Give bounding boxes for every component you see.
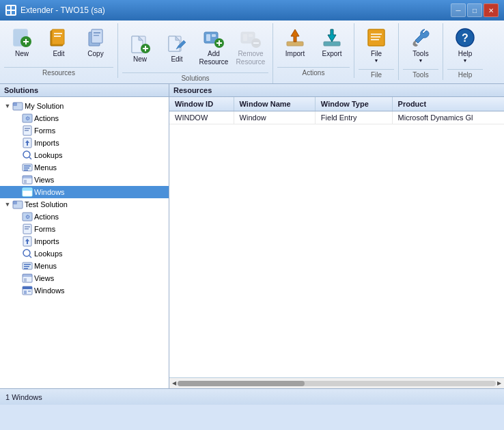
imports-1-item[interactable]: Imports — [0, 137, 169, 149]
actions-2-item[interactable]: ⚙ Actions — [0, 211, 169, 223]
windows-2-item[interactable]: Windows — [0, 284, 169, 297]
actions-2-icon: ⚙ — [22, 211, 33, 222]
svg-rect-85 — [24, 278, 27, 282]
windows-1-item[interactable]: Windows — [0, 186, 169, 198]
svg-rect-36 — [287, 42, 303, 46]
solutions-tree: ▼ My Solution ⚙ Actions Forms — [0, 97, 169, 299]
new-solution-icon — [129, 32, 151, 54]
svg-rect-30 — [219, 40, 220, 46]
help-button[interactable]: ? Help ▼ — [447, 23, 483, 66]
window-controls: ─ □ ✕ — [451, 3, 499, 17]
lookups-1-label: Lookups — [34, 151, 63, 159]
new-solution-button[interactable]: New — [122, 29, 158, 70]
file-button[interactable]: File ▼ — [359, 23, 394, 66]
views-2-icon — [22, 273, 33, 284]
remove-resource-icon — [240, 27, 262, 49]
col-window-name[interactable]: Window Name — [234, 97, 315, 111]
my-solution-icon — [12, 100, 23, 111]
col-product[interactable]: Product — [392, 97, 504, 111]
horizontal-scrollbar[interactable]: ◀ ▶ — [169, 377, 504, 388]
actions-1-expand — [12, 113, 22, 123]
ribbon-group-help: ? Help ▼ Help — [443, 23, 487, 80]
test-solution-item[interactable]: ▼ Test Solution — [0, 198, 169, 211]
test-solution-icon — [12, 199, 23, 210]
svg-rect-33 — [249, 34, 253, 37]
svg-rect-26 — [206, 34, 210, 41]
col-window-id[interactable]: Window ID — [169, 97, 234, 111]
forms-2-item[interactable]: Forms — [0, 223, 169, 235]
imports-2-item[interactable]: Imports — [0, 235, 169, 247]
my-solution-expand: ▼ — [3, 101, 12, 111]
new-resource-button[interactable]: New — [4, 23, 40, 64]
forms-2-label: Forms — [34, 225, 55, 233]
file-group-label: File — [359, 69, 394, 80]
remove-resource-button[interactable]: Remove Resource — [233, 23, 268, 70]
svg-rect-81 — [24, 266, 29, 267]
export-label: Export — [322, 50, 342, 58]
edit-resource-button[interactable]: Edit — [41, 23, 76, 64]
status-bar: 1 Windows — [0, 388, 504, 405]
window-title: Extender - TWO15 (sa) — [20, 5, 105, 15]
svg-line-56 — [29, 157, 31, 159]
tools-button[interactable]: Tools ▼ — [403, 23, 438, 66]
import-button[interactable]: Import — [277, 23, 313, 64]
svg-rect-63 — [24, 180, 27, 183]
status-text: 1 Windows — [5, 393, 42, 401]
lookups-1-expand — [12, 150, 22, 160]
app-icon — [5, 5, 16, 16]
edit-solution-button[interactable]: Edit — [159, 29, 195, 70]
minimize-button[interactable]: ─ — [451, 3, 466, 17]
add-resource-label: Add Resource — [198, 50, 229, 66]
col-window-type[interactable]: Window Type — [315, 97, 392, 111]
menus-2-item[interactable]: Menus — [0, 260, 169, 272]
actions-group-label: Actions — [277, 67, 350, 78]
scroll-right-arrow[interactable]: ▶ — [496, 380, 503, 386]
imports-2-icon — [22, 236, 33, 247]
lookups-1-item[interactable]: Lookups — [0, 149, 169, 161]
resources-table[interactable]: Window ID Window Name Window Type Produc… — [169, 97, 504, 377]
actions-1-label: Actions — [34, 114, 59, 122]
actions-1-item[interactable]: ⚙ Actions — [0, 112, 169, 124]
forms-1-item[interactable]: Forms — [0, 124, 169, 137]
main-content: Solutions ▼ My Solution ⚙ Actions — [0, 84, 504, 388]
scroll-left-arrow[interactable]: ◀ — [171, 380, 178, 386]
svg-rect-65 — [23, 188, 32, 191]
help-group-label: Help — [447, 69, 483, 80]
maximize-button[interactable]: □ — [467, 3, 482, 17]
svg-rect-2 — [7, 11, 10, 14]
imports-1-icon — [22, 137, 33, 148]
export-button[interactable]: Export — [314, 23, 350, 64]
copy-resource-icon — [85, 27, 107, 49]
export-icon — [321, 27, 343, 49]
scroll-track[interactable] — [178, 381, 496, 386]
svg-rect-88 — [24, 291, 27, 294]
title-bar: Extender - TWO15 (sa) ─ □ ✕ — [0, 0, 504, 21]
lookups-2-item[interactable]: Lookups — [0, 247, 169, 260]
table-row[interactable]: WINDOW Window Field Entry Microsoft Dyna… — [169, 111, 504, 124]
menus-1-item[interactable]: Menus — [0, 161, 169, 174]
svg-rect-1 — [12, 6, 15, 10]
svg-point-55 — [23, 151, 30, 158]
tools-group-label: Tools — [403, 69, 438, 80]
views-2-item[interactable]: Views — [0, 272, 169, 284]
copy-resource-button[interactable]: Copy — [78, 23, 113, 64]
close-button[interactable]: ✕ — [484, 3, 499, 17]
svg-text:?: ? — [462, 32, 468, 44]
ribbon: New Edit — [0, 21, 504, 84]
file-label: File — [371, 50, 382, 58]
svg-rect-43 — [371, 39, 379, 40]
tools-arrow: ▼ — [419, 58, 423, 63]
add-resource-button[interactable]: Add Resource — [196, 23, 232, 70]
imports-1-label: Imports — [34, 139, 59, 147]
menus-2-icon — [22, 260, 33, 271]
windows-1-icon — [22, 187, 33, 198]
views-1-item[interactable]: Views — [0, 174, 169, 186]
import-label: Import — [285, 50, 305, 58]
menus-1-expand — [12, 163, 22, 172]
svg-rect-10 — [54, 33, 62, 34]
ribbon-group-resources: New Edit — [0, 23, 118, 78]
help-arrow: ▼ — [463, 58, 468, 63]
scroll-thumb[interactable] — [178, 381, 305, 386]
svg-rect-67 — [28, 192, 31, 193]
my-solution-item[interactable]: ▼ My Solution — [0, 100, 169, 112]
